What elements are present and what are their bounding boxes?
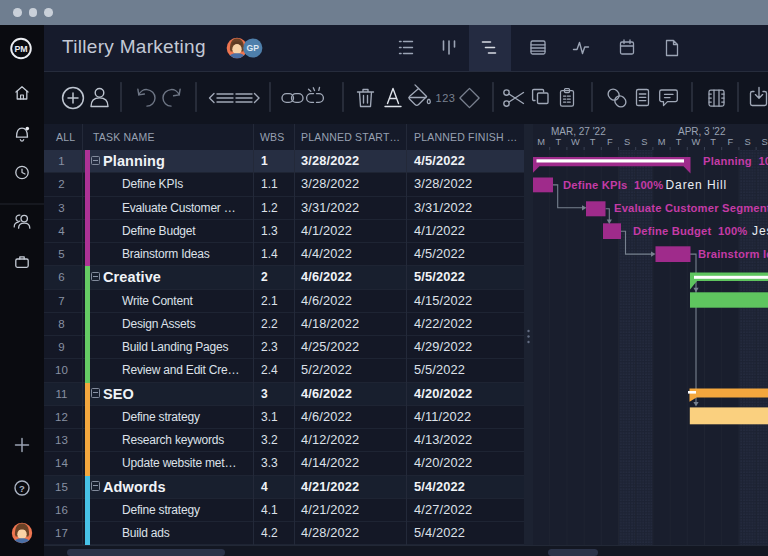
svg-text:GP: GP [247, 43, 260, 53]
svg-text:F: F [607, 137, 613, 147]
svg-text:PM: PM [14, 44, 27, 54]
svg-text:S: S [762, 137, 768, 147]
svg-text:Jessica: Jessica [752, 224, 768, 238]
svg-text:Define Budget 100%: Define Budget 100% [633, 225, 747, 237]
svg-text:S: S [641, 137, 647, 147]
svg-text:T: T [590, 137, 596, 147]
svg-text:W: W [692, 137, 701, 147]
svg-text:APR, 3 '22: APR, 3 '22 [678, 126, 726, 137]
svg-text:F: F [727, 137, 733, 147]
svg-text:123: 123 [436, 92, 456, 104]
svg-text:S: S [744, 137, 750, 147]
svg-text:?: ? [19, 483, 25, 494]
svg-text:T: T [710, 137, 716, 147]
svg-text:M: M [537, 137, 545, 147]
svg-text:W: W [571, 137, 580, 147]
svg-text:M: M [658, 137, 666, 147]
svg-text:T: T [676, 137, 682, 147]
svg-text:Planning 100%: Planning 100% [703, 155, 768, 167]
svg-text:S: S [624, 137, 630, 147]
svg-text:Define KPIs 100%: Define KPIs 100% [563, 179, 663, 191]
svg-text:Brainstorm Ideas 100%: Brainstorm Ideas 100% [698, 248, 768, 260]
svg-text:T: T [555, 137, 561, 147]
svg-text:MAR, 27 '22: MAR, 27 '22 [551, 126, 606, 137]
svg-text:Evaluate Customer Segment…: Evaluate Customer Segment… [614, 202, 768, 214]
svg-text:Daren Hill: Daren Hill [666, 178, 728, 192]
